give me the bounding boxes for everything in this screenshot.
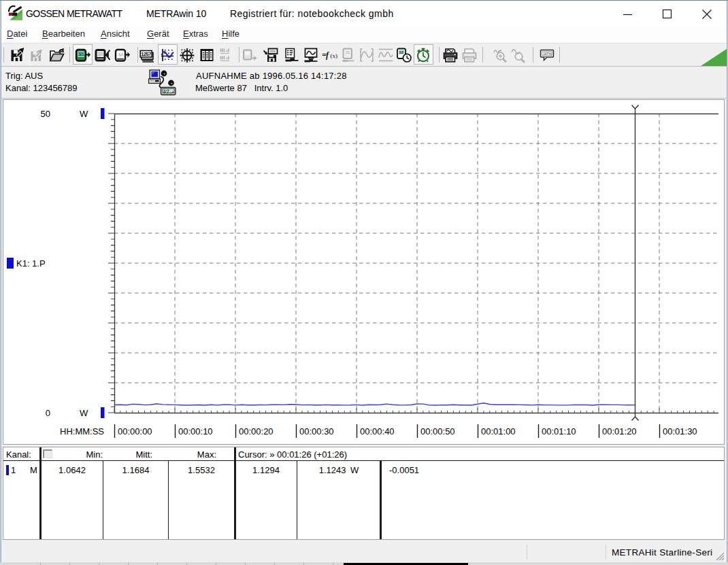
svg-text:W: W bbox=[80, 408, 88, 418]
svg-text:00:00:00: 00:00:00 bbox=[118, 426, 152, 436]
svg-text:321: 321 bbox=[97, 52, 103, 57]
svg-text:00:01:00: 00:01:00 bbox=[481, 426, 516, 436]
svg-text:K1: 1.P: K1: 1.P bbox=[16, 258, 46, 269]
svg-text:=f: =f bbox=[322, 50, 329, 60]
svg-text:00:00:30: 00:00:30 bbox=[299, 426, 334, 436]
svg-text:00:00:20: 00:00:20 bbox=[239, 426, 274, 436]
svg-text:00:01:10: 00:01:10 bbox=[542, 426, 576, 436]
svg-text:12: 12 bbox=[399, 50, 403, 54]
svg-text:321: 321 bbox=[78, 52, 84, 57]
svg-text:00:00:50: 00:00:50 bbox=[420, 426, 455, 436]
svg-text:0: 0 bbox=[46, 408, 50, 418]
svg-text:W: W bbox=[80, 109, 88, 119]
svg-text:00:00:10: 00:00:10 bbox=[178, 426, 213, 436]
svg-text:HH:MM:SS: HH:MM:SS bbox=[60, 426, 104, 436]
svg-text:1257: 1257 bbox=[141, 51, 152, 57]
svg-text:M: M bbox=[118, 52, 123, 58]
svg-text:50: 50 bbox=[41, 109, 50, 119]
svg-text:(x): (x) bbox=[331, 52, 338, 59]
svg-text:147%: 147% bbox=[543, 52, 552, 56]
svg-text:00:00:40: 00:00:40 bbox=[360, 426, 395, 436]
svg-text:00:01:20: 00:01:20 bbox=[602, 426, 637, 436]
svg-text:00:01:30: 00:01:30 bbox=[663, 426, 697, 436]
